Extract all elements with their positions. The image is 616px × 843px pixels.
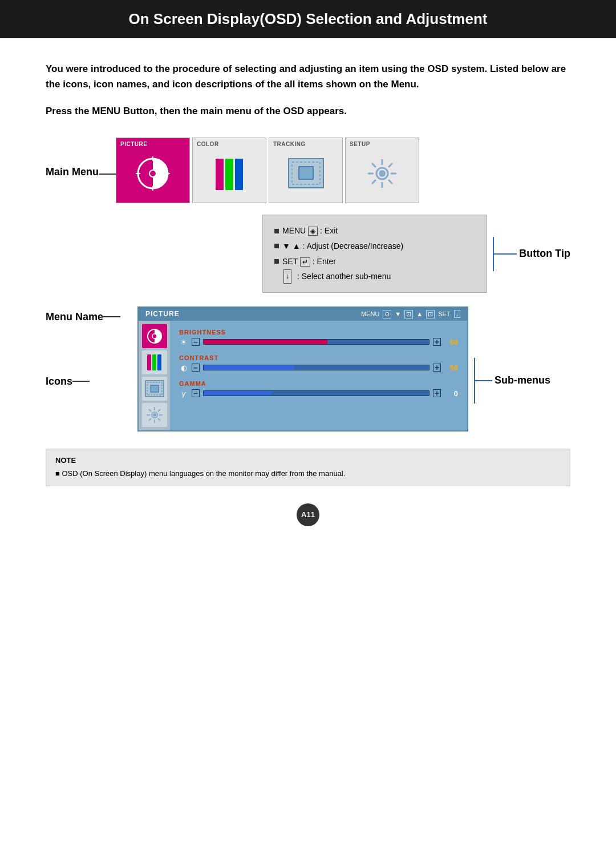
setup-label: SETUP [350,141,370,147]
page-header: On Screen Display(OSD) Selection and Adj… [0,0,616,38]
osd-nav-icons: MENU ⊙ ▼ ⊡ ▲ ⊡ SET ↓ [361,310,460,318]
up-button-icon: ⊡ [426,310,435,318]
submenus-connector: Sub-menus [474,358,550,404]
note-title: NOTE [55,456,561,465]
set-nav-text: SET [438,310,450,317]
brightness-plus: + [433,338,441,346]
tip-text-3: SET ↵ : Enter [282,254,336,269]
svg-line-16 [388,163,392,167]
icons-label-area: Icons [46,376,120,388]
osd-body: BRIGHTNESS ☀ − + 50 CONTR [139,321,467,430]
menu-name-label: Menu Name [46,311,103,323]
menu-name-area: Menu Name [46,311,120,323]
bullet-2 [274,244,279,248]
osd-icon-tracking[interactable]: TRACKING [269,138,343,203]
svg-point-1 [149,170,156,177]
contrast-subitem: CONTRAST ◐ − + 50 [179,354,458,372]
tip-line-2: ▼ ▲ : Adjust (Decrease/Increase) [274,239,475,254]
contrast-minus: − [192,364,200,372]
brightness-title: BRIGHTNESS [179,329,458,336]
gamma-plus: + [433,389,441,397]
page-number-area: A11 [46,503,570,526]
note-text: ■ OSD (On Screen Display) menu languages… [55,468,561,479]
down-nav-icon: ▼ [395,310,401,317]
tracking-icon [287,158,325,191]
contrast-fill [204,365,294,370]
svg-line-14 [372,163,376,167]
gamma-minus: − [192,389,200,397]
menu-nav-icon: MENU [361,310,379,317]
gamma-slider-row: γ − + 0 [179,389,458,398]
color-label: COLOR [197,141,219,147]
button-tip-box: MENU ◈ : Exit ▼ ▲ : Adjust (Decrease/Inc… [262,215,487,292]
brightness-subitem: BRIGHTNESS ☀ − + 50 [179,329,458,346]
down-button-icon: ⊡ [404,310,413,318]
osd-main-content: BRIGHTNESS ☀ − + 50 CONTR [170,321,467,430]
sidebar-item-picture [142,324,167,348]
osd-icon-setup[interactable]: SETUP [345,138,419,203]
color-icon [216,159,243,190]
note-box: NOTE ■ OSD (On Screen Display) menu lang… [46,449,570,487]
svg-rect-8 [299,167,313,179]
svg-point-33 [153,413,156,417]
button-tip-label: Button Tip [519,248,570,260]
osd-icons-row: PICTURE COLOR [116,138,419,203]
up-nav-icon: ▲ [416,310,423,317]
tip-line-3: SET ↵ : Enter [274,254,475,269]
brightness-icon: ☀ [179,338,188,346]
intro-paragraph2: Press the MENU Button, then the main men… [46,106,570,117]
tip-text-1: MENU ◈ : Exit [282,223,338,239]
svg-line-17 [372,180,376,184]
svg-line-32 [149,418,151,421]
osd-icon-picture[interactable]: PICTURE [116,138,190,203]
svg-point-18 [379,170,386,177]
arrow-down-icon: ↓ [283,269,291,284]
osd-title: PICTURE [145,310,180,318]
set-button-icon: ↓ [454,310,461,318]
osd-icon-color[interactable]: COLOR [192,138,266,203]
tip-line-1: MENU ◈ : Exit [274,223,475,239]
main-menu-label: Main Menu [46,166,99,178]
sidebar-item-setup [142,403,167,427]
picture-label: PICTURE [120,141,147,147]
contrast-track [203,365,429,370]
gamma-fill [204,391,271,396]
icons-label: Icons [46,376,72,388]
contrast-slider-row: ◐ − + 50 [179,364,458,372]
sidebar-item-tracking [142,377,167,401]
contrast-title: CONTRAST [179,354,458,361]
tip-text-4: : Select another sub-menu [297,269,391,284]
brightness-track [203,339,429,345]
gamma-value: 0 [444,389,458,398]
contrast-plus: + [433,364,441,372]
bullet-3 [274,259,279,264]
contrast-icon: ◐ [179,364,188,372]
intro-paragraph1: You were introduced to the procedure of … [46,61,570,92]
gamma-subitem: GAMMA γ − + 0 [179,380,458,398]
svg-line-30 [158,418,160,421]
picture-icon [136,156,170,193]
gamma-track [203,390,429,396]
submenus-label: Sub-menus [495,374,550,386]
osd-window: PICTURE MENU ⊙ ▼ ⊡ ▲ ⊡ SET ↓ [137,306,468,431]
contrast-value: 50 [444,364,458,372]
svg-line-15 [388,180,392,184]
brightness-minus: − [192,338,200,346]
bullet-1 [274,229,279,233]
sidebar-item-color [142,350,167,374]
brightness-slider-row: ☀ − + 50 [179,338,458,346]
gamma-title: GAMMA [179,380,458,387]
osd-title-bar: PICTURE MENU ⊙ ▼ ⊡ ▲ ⊡ SET ↓ [139,308,467,321]
tip-line-4: ↓ : Select another sub-menu [283,269,475,284]
osd-sidebar [139,321,170,430]
svg-rect-23 [151,385,159,392]
svg-line-31 [158,409,160,412]
button-tip-connector: Button Tip [493,215,570,292]
setup-icon [366,157,399,192]
tip-text-2: ▼ ▲ : Adjust (Decrease/Increase) [282,239,403,254]
tracking-label: TRACKING [273,141,306,147]
gamma-icon: γ [179,389,188,398]
svg-line-29 [149,409,151,412]
brightness-fill [204,340,327,344]
menu-button-icon: ⊙ [383,310,391,318]
